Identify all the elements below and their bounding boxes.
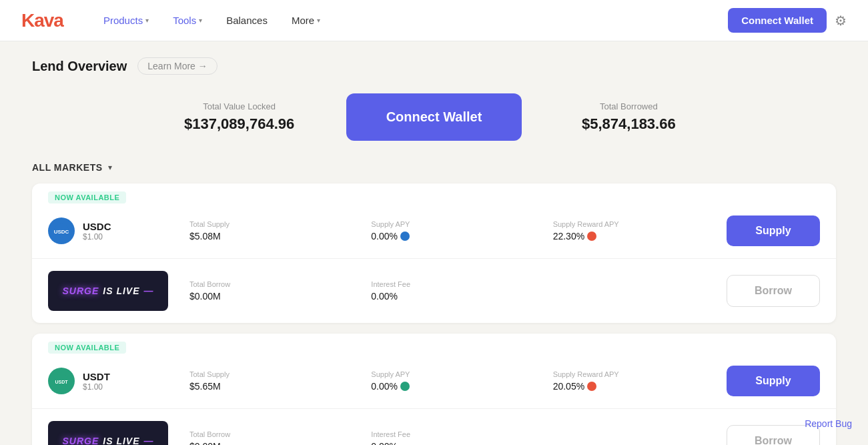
surge-text-highlight-2: SURGE <box>62 436 99 445</box>
usdt-surge-banner: SURGE IS LIVE — <box>48 421 168 445</box>
stats-row: Total Value Locked $137,089,764.96 Conne… <box>32 93 836 141</box>
markets-list: NOW AVAILABLE USDC USDC $1.00 <box>32 183 836 445</box>
market-card-usdc: NOW AVAILABLE USDC USDC $1.00 <box>32 183 836 323</box>
nav-balances[interactable]: Balances <box>226 15 268 26</box>
surge-is-live-text-2: IS LIVE <box>103 436 139 445</box>
nav-products[interactable]: Products ▾ <box>103 15 149 26</box>
markets-filter-chevron[interactable]: ▾ <box>108 163 112 172</box>
usdc-interest-fee: Interest Fee 0.00% <box>363 280 544 302</box>
page-header: Lend Overview Learn More → <box>32 57 836 75</box>
usdt-borrow-row: SURGE IS LIVE — Total Borrow $0.00M Inte… <box>32 408 836 445</box>
tvl-label: Total Value Locked <box>159 101 320 111</box>
main-content: Lend Overview Learn More → Total Value L… <box>0 41 868 445</box>
usdc-reward-icon <box>587 232 596 241</box>
surge-is-live-text: IS LIVE <box>103 286 139 296</box>
usdc-token-info: USDC USDC $1.00 <box>48 217 181 244</box>
markets-title: ALL MARKETS <box>32 162 103 173</box>
usdc-supply-row: USDC USDC $1.00 Total Supply $5.08M Supp… <box>32 203 836 258</box>
page-title: Lend Overview <box>32 59 127 74</box>
surge-dash-2: — <box>144 436 154 445</box>
logo[interactable]: Kava <box>21 10 63 31</box>
learn-more-link[interactable]: Learn More → <box>137 57 217 75</box>
usdc-icon: USDC <box>48 217 75 244</box>
now-available-badge-usdt: NOW AVAILABLE <box>48 342 126 354</box>
usdc-surge-banner: SURGE IS LIVE — <box>48 271 168 311</box>
now-available-badge-usdc: NOW AVAILABLE <box>48 191 126 203</box>
usdc-borrow-button[interactable]: Borrow <box>727 275 820 307</box>
usdc-reward-apy: Supply Reward APY 22.30% <box>545 220 727 242</box>
report-bug-button[interactable]: Report Bug <box>805 418 852 429</box>
usdt-reward-icon <box>587 382 596 391</box>
nav: Products ▾ Tools ▾ Balances More ▾ <box>103 15 728 26</box>
usdt-interest-fee: Interest Fee 0.00% <box>363 430 544 445</box>
total-borrowed: Total Borrowed $5,874,183.66 <box>548 101 709 133</box>
header-actions: Connect Wallet ⚙ <box>728 8 847 33</box>
nav-more[interactable]: More ▾ <box>292 15 320 26</box>
chevron-down-icon: ▾ <box>317 17 320 24</box>
chevron-down-icon: ▾ <box>145 17 149 24</box>
usdc-token-name: USDC <box>83 221 111 232</box>
usdt-supply-apy: Supply APY 0.00% <box>363 370 544 392</box>
connect-wallet-center-button[interactable]: Connect Wallet <box>346 93 522 141</box>
surge-text-highlight: SURGE <box>62 286 99 296</box>
usdc-total-borrow: Total Borrow $0.00M <box>181 280 363 302</box>
usdc-supply-button[interactable]: Supply <box>727 215 820 246</box>
usdt-reward-apy: Supply Reward APY 20.05% <box>545 370 727 392</box>
usdt-total-borrow: Total Borrow $0.00M <box>181 430 363 445</box>
total-borrowed-value: $5,874,183.66 <box>548 115 709 133</box>
surge-dash: — <box>144 286 154 296</box>
usdc-borrow-row: SURGE IS LIVE — Total Borrow $0.00M Inte… <box>32 258 836 323</box>
usdt-token-info: USDT USDT $1.00 <box>48 368 181 394</box>
total-borrowed-label: Total Borrowed <box>548 101 709 111</box>
svg-text:USDT: USDT <box>55 380 68 384</box>
tvl-value: $137,089,764.96 <box>159 115 320 133</box>
usdt-icon: USDT <box>48 368 75 394</box>
nav-tools[interactable]: Tools ▾ <box>173 15 202 26</box>
usdt-supply-button[interactable]: Supply <box>727 366 820 396</box>
header-connect-wallet-button[interactable]: Connect Wallet <box>728 8 827 33</box>
usdt-supply-row: USDT USDT $1.00 Total Supply $5.65M Supp… <box>32 354 836 408</box>
gear-icon[interactable]: ⚙ <box>835 13 847 29</box>
usdt-token-price: $1.00 <box>83 382 110 392</box>
usdt-total-supply: Total Supply $5.65M <box>181 370 363 392</box>
usdc-total-supply: Total Supply $5.08M <box>181 220 363 242</box>
usdc-token-price: $1.00 <box>83 232 111 242</box>
svg-text:USDC: USDC <box>54 229 69 235</box>
usdt-apy-icon <box>400 382 410 391</box>
chevron-down-icon: ▾ <box>199 17 202 24</box>
total-value-locked: Total Value Locked $137,089,764.96 <box>159 101 320 133</box>
usdc-apy-icon <box>400 232 410 241</box>
usdt-token-name: USDT <box>83 371 110 382</box>
markets-header: ALL MARKETS ▾ <box>32 162 836 173</box>
usdc-supply-apy: Supply APY 0.00% <box>363 220 544 242</box>
header: Kava Products ▾ Tools ▾ Balances More ▾ … <box>0 0 868 41</box>
market-card-usdt: NOW AVAILABLE USDT USDT $1.00 <box>32 334 836 445</box>
